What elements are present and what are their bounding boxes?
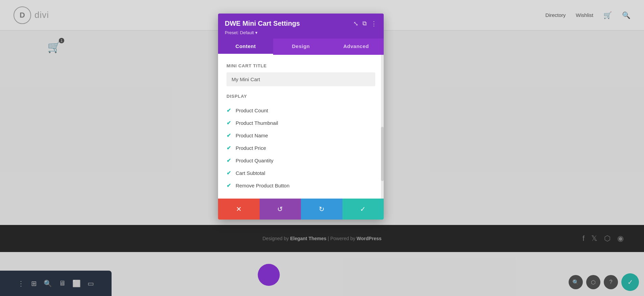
panel-header: DWE Mini Cart Settings ⤡ ⧉ ⋮ Preset: Def… <box>218 14 384 39</box>
fullscreen-icon[interactable]: ⤡ <box>353 20 358 27</box>
product-count-label[interactable]: Product Count <box>236 108 268 113</box>
panel-title-row: DWE Mini Cart Settings ⤡ ⧉ ⋮ <box>225 20 377 27</box>
split-view-icon[interactable]: ⧉ <box>362 20 367 27</box>
panel-preset: Preset: Default ▾ <box>225 30 377 39</box>
check-icon-product-name: ✔ <box>226 132 231 139</box>
save-button[interactable]: ✓ <box>342 199 384 220</box>
scroll-track[interactable] <box>381 55 384 199</box>
panel-title: DWE Mini Cart Settings <box>225 20 300 27</box>
settings-panel: DWE Mini Cart Settings ⤡ ⧉ ⋮ Preset: Def… <box>218 14 384 220</box>
list-item: ✔ Product Name <box>226 129 375 142</box>
panel-footer: ✕ ↺ ↻ ✓ <box>218 199 384 220</box>
product-thumbnail-label[interactable]: Product Thumbnail <box>236 120 278 126</box>
tab-design[interactable]: Design <box>273 39 328 55</box>
purple-orb[interactable] <box>258 264 280 286</box>
check-icon-product-quantity: ✔ <box>226 157 231 164</box>
display-label: Display <box>226 94 375 99</box>
list-item: ✔ Product Count <box>226 104 375 117</box>
more-options-icon[interactable]: ⋮ <box>371 20 377 27</box>
list-item: ✔ Remove Product Button <box>226 179 375 192</box>
list-item: ✔ Product Thumbnail <box>226 117 375 129</box>
mini-cart-title-input[interactable] <box>226 72 375 86</box>
cart-subtotal-label[interactable]: Cart Subtotal <box>236 170 265 176</box>
redo-button[interactable]: ↻ <box>301 199 342 220</box>
check-icon-product-count: ✔ <box>226 107 231 114</box>
product-price-label[interactable]: Product Price <box>236 145 266 151</box>
check-icon-product-thumbnail: ✔ <box>226 120 231 126</box>
list-item: ✔ Cart Subtotal <box>226 167 375 179</box>
scroll-thumb[interactable] <box>381 127 384 181</box>
panel-header-icons: ⤡ ⧉ ⋮ <box>353 20 377 27</box>
tab-advanced[interactable]: Advanced <box>329 39 384 55</box>
product-name-label[interactable]: Product Name <box>236 133 268 138</box>
tab-content[interactable]: Content <box>218 39 273 55</box>
list-item: ✔ Product Price <box>226 142 375 154</box>
list-item: ✔ Product Quantity <box>226 154 375 167</box>
check-icon-product-price: ✔ <box>226 145 231 151</box>
remove-product-button-label[interactable]: Remove Product Button <box>236 183 289 188</box>
panel-content: Mini Cart Title Display ✔ Product Count … <box>218 55 384 199</box>
mini-cart-title-label: Mini Cart Title <box>226 63 375 68</box>
check-icon-cart-subtotal: ✔ <box>226 170 231 176</box>
undo-button[interactable]: ↺ <box>260 199 301 220</box>
product-quantity-label[interactable]: Product Quantity <box>236 158 273 163</box>
cancel-button[interactable]: ✕ <box>218 199 260 220</box>
preset-chevron-icon[interactable]: ▾ <box>255 30 258 35</box>
check-icon-remove-button: ✔ <box>226 182 231 189</box>
panel-tabs: Content Design Advanced <box>218 39 384 55</box>
